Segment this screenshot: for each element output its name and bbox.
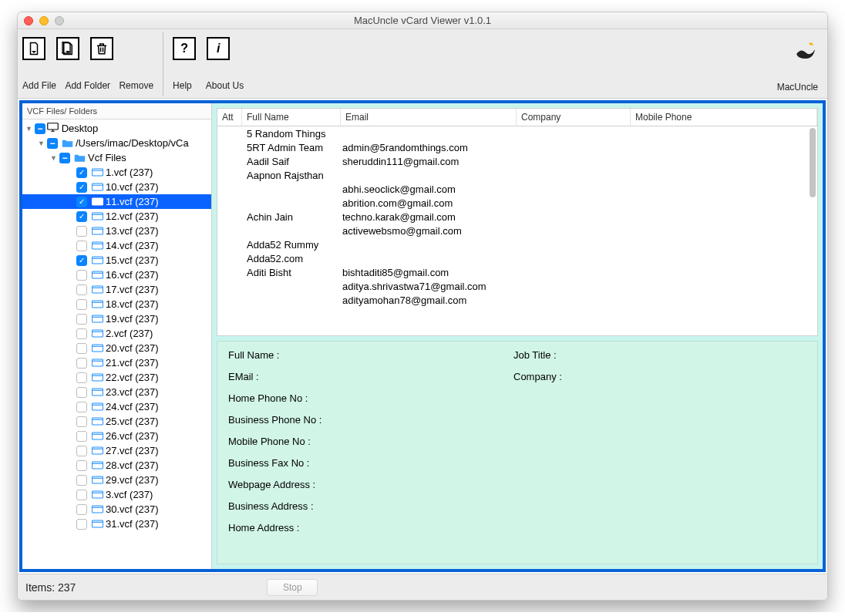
col-att[interactable]: Att (217, 109, 242, 126)
tree-path[interactable]: ▼−/Users/imac/Desktop/vCa (22, 136, 211, 150)
tree-file[interactable]: 28.vcf (237) (22, 458, 211, 473)
about-label[interactable]: About Us (206, 80, 244, 91)
file-checkbox[interactable] (76, 446, 87, 456)
brand-label[interactable]: MacUncle (777, 82, 818, 93)
file-checkbox[interactable] (76, 314, 87, 325)
file-checkbox[interactable]: ✓ (76, 167, 87, 178)
file-checkbox[interactable] (76, 284, 87, 295)
table-row[interactable]: adityamohan78@gmail.com (217, 293, 817, 307)
add-folder-button[interactable] (56, 37, 79, 60)
table-row[interactable]: Adda52 Rummy (217, 237, 817, 251)
tree-folder[interactable]: ▼−Vcf Files (22, 150, 211, 165)
status-items: Items: 237 (25, 581, 76, 594)
add-folder-label[interactable]: Add Folder (65, 80, 110, 91)
table-row[interactable]: Adda52.com (217, 251, 817, 265)
file-checkbox[interactable] (76, 358, 87, 369)
svg-rect-6 (92, 227, 103, 234)
tree-file[interactable]: 29.vcf (237) (22, 473, 211, 487)
file-checkbox[interactable] (76, 475, 87, 486)
file-checkbox[interactable]: ✓ (76, 182, 87, 193)
remove-label[interactable]: Remove (119, 80, 153, 91)
file-checkbox[interactable]: ✓ (76, 211, 87, 222)
tree-file[interactable]: 22.vcf (237) (22, 370, 211, 385)
tree-file[interactable]: 24.vcf (237) (22, 399, 211, 414)
file-checkbox[interactable] (76, 460, 87, 471)
tree-file[interactable]: 14.vcf (237) (22, 238, 211, 253)
tree-file[interactable]: ✓11.vcf (237) (22, 194, 211, 209)
table-row[interactable]: Achin Jaintechno.karak@gmail.com (217, 210, 817, 224)
cell-fullname: 5 Random Things (242, 128, 341, 140)
file-name: 23.vcf (237) (106, 386, 159, 398)
table-scrollbar[interactable] (810, 128, 816, 197)
tree-file[interactable]: 25.vcf (237) (22, 414, 211, 429)
file-checkbox[interactable] (76, 343, 87, 354)
table-body[interactable]: 5 Random Things5RT Admin Teamadmin@5rand… (217, 126, 817, 335)
collapse-icon[interactable]: − (59, 153, 70, 163)
folder-icon (62, 138, 73, 148)
add-file-button[interactable] (22, 37, 45, 60)
tree-file[interactable]: 18.vcf (237) (22, 297, 211, 311)
tree-file[interactable]: 27.vcf (237) (22, 443, 211, 458)
file-checkbox[interactable] (76, 387, 87, 398)
tree-file[interactable]: 31.vcf (237) (22, 517, 211, 531)
file-checkbox[interactable] (76, 270, 87, 281)
tree-file[interactable]: 13.vcf (237) (22, 224, 211, 238)
cell-fullname: Adda52 Rummy (242, 239, 341, 251)
svg-rect-19 (92, 418, 103, 425)
collapse-icon[interactable]: − (47, 138, 58, 149)
table-row[interactable]: Aadil Saifsheruddin111@gmail.com (217, 154, 817, 168)
stop-button[interactable]: Stop (267, 579, 318, 596)
file-checkbox[interactable] (76, 241, 87, 251)
about-button[interactable]: i (207, 37, 230, 60)
col-email[interactable]: Email (341, 109, 517, 126)
add-file-label[interactable]: Add File (22, 80, 56, 91)
tree-file[interactable]: 16.vcf (237) (22, 268, 211, 282)
file-checkbox[interactable] (76, 519, 87, 530)
table-row[interactable]: Aditi Bishtbishtaditi85@gmail.com (217, 265, 817, 279)
table-row[interactable]: abhi.seoclick@gmail.com (217, 182, 817, 196)
tree-file[interactable]: 2.vcf (237) (22, 326, 211, 341)
file-checkbox[interactable]: ✓ (76, 197, 87, 207)
tree-file[interactable]: 23.vcf (237) (22, 385, 211, 399)
help-label[interactable]: Help (173, 80, 192, 91)
table-row[interactable]: aditya.shrivastwa71@gmail.com (217, 279, 817, 293)
table-row[interactable]: abrition.com@gmail.com (217, 196, 817, 210)
file-checkbox[interactable] (76, 504, 87, 515)
file-tree[interactable]: ▼− Desktop▼−/Users/imac/Desktop/vCa▼−Vcf… (22, 119, 211, 569)
tree-file[interactable]: 17.vcf (237) (22, 282, 211, 297)
col-mobile[interactable]: Mobile Phone (631, 109, 817, 126)
tree-file[interactable]: 19.vcf (237) (22, 311, 211, 326)
table-row[interactable]: Aapnon Rajsthan (217, 168, 817, 182)
table-row[interactable]: activewebsmo@gmail.com (217, 224, 817, 237)
detail-homeaddr: Home Address : (228, 522, 806, 544)
collapse-icon[interactable]: − (35, 123, 45, 134)
table-row[interactable]: 5RT Admin Teamadmin@5randomthings.com (217, 140, 817, 154)
remove-button[interactable] (90, 37, 113, 60)
file-checkbox[interactable] (76, 299, 87, 310)
file-checkbox[interactable] (76, 416, 87, 427)
file-checkbox[interactable]: ✓ (76, 255, 87, 266)
tree-file[interactable]: ✓15.vcf (237) (22, 253, 211, 268)
tree-file[interactable]: 3.vcf (237) (22, 487, 211, 502)
col-company[interactable]: Company (517, 109, 631, 126)
tree-file[interactable]: 30.vcf (237) (22, 502, 211, 517)
tree-file[interactable]: ✓1.vcf (237) (22, 165, 211, 180)
tree-file[interactable]: ✓12.vcf (237) (22, 209, 211, 224)
col-fullname[interactable]: Full Name (242, 109, 341, 126)
vcard-icon (92, 372, 103, 382)
tree-file[interactable]: 21.vcf (237) (22, 355, 211, 370)
help-button[interactable]: ? (173, 37, 196, 60)
tree-root[interactable]: ▼− Desktop (22, 121, 211, 136)
tree-file[interactable]: 20.vcf (237) (22, 341, 211, 355)
table-row[interactable]: 5 Random Things (217, 126, 817, 140)
file-checkbox[interactable] (76, 226, 87, 237)
svg-rect-10 (92, 286, 103, 293)
file-checkbox[interactable] (76, 490, 87, 500)
tree-file[interactable]: ✓10.vcf (237) (22, 180, 211, 194)
file-checkbox[interactable] (76, 402, 87, 412)
file-checkbox[interactable] (76, 372, 87, 383)
file-checkbox[interactable] (76, 328, 87, 339)
file-name: 27.vcf (237) (106, 445, 159, 456)
file-checkbox[interactable] (76, 431, 87, 442)
tree-file[interactable]: 26.vcf (237) (22, 429, 211, 443)
